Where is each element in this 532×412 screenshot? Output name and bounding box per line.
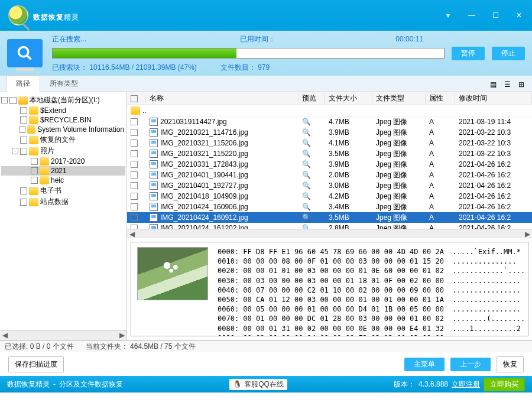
file-row[interactable]: IMG_20210321_115206.jpg🔍4.1MBJpeg 图像A202… xyxy=(127,138,532,148)
tree-node[interactable]: 2021 xyxy=(1,166,125,176)
menu-dropdown-icon[interactable]: ▾ xyxy=(443,11,453,20)
tree-checkbox[interactable] xyxy=(9,97,17,104)
tree-node[interactable]: System Volume Information xyxy=(1,125,125,134)
tree-expander-icon[interactable]: - xyxy=(12,148,18,154)
stop-button[interactable]: 停止 xyxy=(492,47,525,60)
folder-tree[interactable]: -本地磁盘(当前分区)(I:)$Extend$RECYCLE.BINSystem… xyxy=(0,92,126,330)
tree-checkbox[interactable] xyxy=(31,167,38,174)
col-mtime[interactable]: 修改时间 xyxy=(455,93,532,103)
tree-expander-icon[interactable]: - xyxy=(1,97,8,103)
tree-expander-icon[interactable] xyxy=(12,199,18,205)
file-checkbox[interactable] xyxy=(131,129,138,136)
tree-node[interactable]: $Extend xyxy=(1,106,125,115)
file-row[interactable]: IMG_20210331_172843.jpg🔍3.9MBJpeg 图像A202… xyxy=(127,159,532,170)
tree-checkbox[interactable] xyxy=(20,148,27,155)
preview-magnifier-icon[interactable]: 🔍 xyxy=(302,224,311,229)
file-checkbox[interactable] xyxy=(131,193,138,200)
close-icon[interactable]: ✕ xyxy=(514,11,524,20)
tree-checkbox[interactable] xyxy=(20,126,26,133)
file-checkbox[interactable] xyxy=(131,161,138,168)
select-all-checkbox[interactable] xyxy=(131,95,138,102)
hex-view[interactable]: 0000: FF D8 FF E1 96 60 45 78 69 66 00 0… xyxy=(214,242,528,336)
tree-node[interactable]: -本地磁盘(当前分区)(I:) xyxy=(1,95,125,106)
file-row[interactable]: IMG_20210401_190441.jpg🔍2.0MBJpeg 图像A202… xyxy=(127,170,532,180)
tree-expander-icon[interactable] xyxy=(22,168,29,174)
view-details-icon[interactable]: ▤ xyxy=(488,80,498,89)
preview-magnifier-icon[interactable]: 🔍 xyxy=(302,160,311,168)
file-rows[interactable]: 20210319114427.jpg🔍4.7MBJpeg 图像A2021-03-… xyxy=(127,116,532,229)
file-checkbox[interactable] xyxy=(131,182,138,189)
file-checkbox[interactable] xyxy=(131,118,138,125)
tree-checkbox[interactable] xyxy=(31,158,38,165)
preview-magnifier-icon[interactable]: 🔍 xyxy=(302,213,311,222)
tree-node[interactable]: $RECYCLE.BIN xyxy=(1,115,125,125)
file-row[interactable]: IMG_20210424_160912.jpg🔍3.5MBJpeg 图像A202… xyxy=(127,212,532,223)
qq-support-button[interactable]: 🐧 客服QQ在线 xyxy=(229,379,287,390)
main-menu-button[interactable]: 主菜单 xyxy=(404,358,445,371)
file-row[interactable]: IMG_20210424_160906.jpg🔍3.4MBJpeg 图像A202… xyxy=(127,202,532,212)
tree-expander-icon[interactable] xyxy=(22,158,29,165)
minimize-icon[interactable]: — xyxy=(467,11,476,20)
maximize-icon[interactable]: ☐ xyxy=(491,11,500,20)
preview-magnifier-icon[interactable]: 🔍 xyxy=(302,171,311,179)
file-mtime: 2021-04-26 16:2 xyxy=(455,181,532,190)
tree-expander-icon[interactable] xyxy=(12,126,18,133)
tree-expander-icon[interactable] xyxy=(12,117,18,124)
preview-magnifier-icon[interactable]: 🔍 xyxy=(302,139,311,147)
file-row[interactable]: IMG_20210418_104909.jpg🔍4.2MBJpeg 图像A202… xyxy=(127,191,532,202)
up-directory[interactable]: .. xyxy=(127,105,532,116)
tree-expander-icon[interactable] xyxy=(12,187,18,194)
tree-expander-icon[interactable] xyxy=(12,137,18,143)
col-attr[interactable]: 属性 xyxy=(426,93,455,103)
list-h-scrollbar[interactable]: ◀▶ xyxy=(127,229,532,238)
view-list-icon[interactable]: ☰ xyxy=(502,80,512,89)
tab-all-types[interactable]: 所有类型 xyxy=(40,76,87,92)
tree-node[interactable]: 电子书 xyxy=(1,185,125,196)
tree-node[interactable]: heic xyxy=(1,176,125,185)
file-list-header[interactable]: 名称 预览 文件大小 文件类型 属性 修改时间 xyxy=(127,92,532,105)
tree-expander-icon[interactable] xyxy=(12,108,18,114)
pause-button[interactable]: 暂停 xyxy=(452,47,485,60)
save-progress-button[interactable]: 保存扫描进度 xyxy=(8,356,64,372)
preview-magnifier-icon[interactable]: 🔍 xyxy=(302,150,311,158)
tree-checkbox[interactable] xyxy=(31,177,38,184)
preview-magnifier-icon[interactable]: 🔍 xyxy=(302,203,311,211)
prev-step-button[interactable]: 上一步 xyxy=(450,358,491,371)
preview-magnifier-icon[interactable]: 🔍 xyxy=(302,128,311,137)
preview-magnifier-icon[interactable]: 🔍 xyxy=(302,118,311,126)
tree-checkbox[interactable] xyxy=(20,116,27,124)
col-size[interactable]: 文件大小 xyxy=(325,93,372,103)
file-row[interactable]: IMG_20210424_161202.jpg🔍2.8MBJpeg 图像A202… xyxy=(127,223,532,229)
tree-expander-icon[interactable] xyxy=(22,177,29,184)
tree-node[interactable]: -照片 xyxy=(1,145,125,157)
tree-node[interactable]: 站点数据 xyxy=(1,196,125,207)
file-checkbox[interactable] xyxy=(131,171,138,179)
tree-checkbox[interactable] xyxy=(20,199,27,206)
file-row[interactable]: IMG_20210321_115220.jpg🔍3.5MBJpeg 图像A202… xyxy=(127,148,532,159)
file-checkbox[interactable] xyxy=(131,214,138,221)
preview-magnifier-icon[interactable]: 🔍 xyxy=(302,192,311,200)
file-row[interactable]: IMG_20210401_192727.jpg🔍3.0MBJpeg 图像A202… xyxy=(127,180,532,191)
file-row[interactable]: 20210319114427.jpg🔍4.7MBJpeg 图像A2021-03-… xyxy=(127,116,532,127)
recover-button[interactable]: 恢复 xyxy=(497,356,524,372)
tree-h-scrollbar[interactable]: ◀▶ xyxy=(0,330,126,340)
tree-node[interactable]: 2017-2020 xyxy=(1,157,125,166)
col-name[interactable]: 名称 xyxy=(146,93,299,103)
preview-thumbnail[interactable] xyxy=(137,247,208,300)
col-preview[interactable]: 预览 xyxy=(299,93,325,103)
buy-button[interactable]: 立即购买 xyxy=(484,378,525,391)
tree-node[interactable]: 恢复的文件 xyxy=(1,134,125,145)
col-type[interactable]: 文件类型 xyxy=(372,93,426,103)
file-checkbox[interactable] xyxy=(131,203,138,210)
preview-magnifier-icon[interactable]: 🔍 xyxy=(302,181,311,190)
tree-checkbox[interactable] xyxy=(20,107,27,114)
file-row[interactable]: IMG_20210321_114716.jpg🔍3.9MBJpeg 图像A202… xyxy=(127,127,532,138)
view-thumbs-icon[interactable]: ⊞ xyxy=(517,80,526,89)
tree-checkbox[interactable] xyxy=(20,137,27,144)
file-checkbox[interactable] xyxy=(131,140,138,147)
file-checkbox[interactable] xyxy=(131,225,138,229)
file-checkbox[interactable] xyxy=(131,150,138,157)
register-link[interactable]: 立即注册 xyxy=(452,379,480,390)
tab-path[interactable]: 路径 xyxy=(6,75,40,92)
tree-checkbox[interactable] xyxy=(20,187,27,194)
